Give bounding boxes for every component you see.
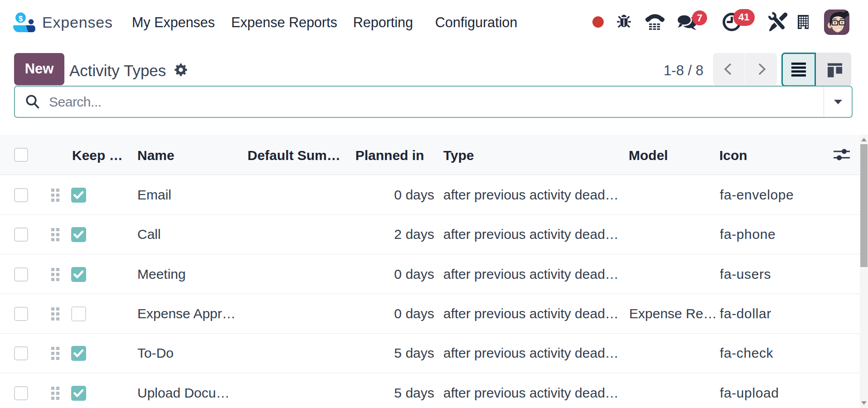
svg-text:$: $ bbox=[19, 15, 23, 23]
